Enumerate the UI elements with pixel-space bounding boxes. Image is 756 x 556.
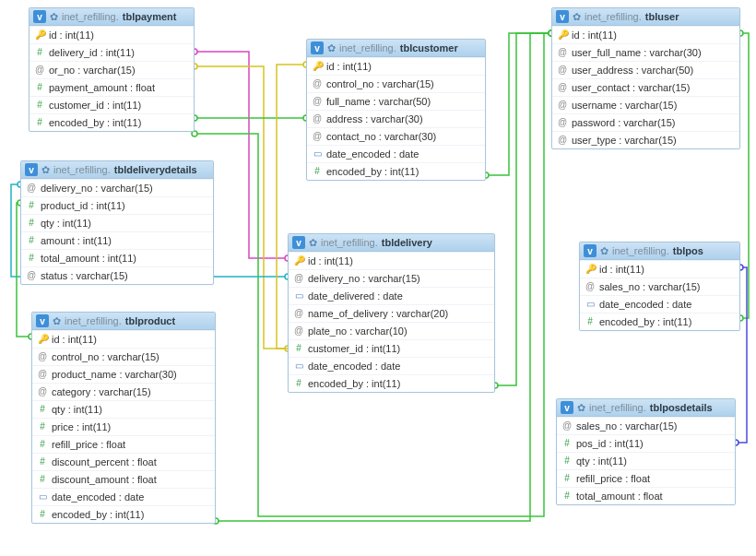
table-header[interactable]: v✿inet_refilling.tbldelivery [289, 234, 494, 252]
gear-icon[interactable]: ✿ [577, 403, 585, 413]
table-tblpayment[interactable]: v✿inet_refilling.tblpayment🔑id : int(11)… [29, 7, 195, 132]
column-row[interactable]: #discount_percent : float [32, 453, 215, 470]
column-row[interactable]: #total_amount : int(11) [21, 249, 213, 266]
table-name-label: tbluser [645, 11, 679, 22]
view-badge-icon: v [561, 401, 573, 414]
table-schema-label: inet_refilling. [585, 11, 642, 22]
column-row[interactable]: @category : varchar(15) [32, 383, 215, 400]
column-row[interactable]: @address : varchar(30) [307, 110, 485, 127]
table-tbldeliverydetails[interactable]: v✿inet_refilling.tbldeliverydetails@deli… [20, 160, 214, 285]
column-label: password : varchar(15) [572, 117, 676, 128]
num-icon: # [585, 317, 595, 326]
column-row[interactable]: @username : varchar(15) [552, 96, 739, 113]
column-row[interactable]: #amount : int(11) [21, 231, 213, 249]
gear-icon[interactable]: ✿ [600, 246, 608, 256]
column-row[interactable]: #product_id : int(11) [21, 196, 213, 214]
column-label: category : varchar(15) [52, 386, 151, 397]
gear-icon[interactable]: ✿ [327, 43, 336, 53]
gear-icon[interactable]: ✿ [573, 12, 581, 22]
column-row[interactable]: 🔑id : int(11) [30, 26, 194, 43]
column-label: delivery_no : varchar(15) [308, 273, 420, 284]
table-header[interactable]: v✿inet_refilling.tblposdetails [557, 399, 735, 417]
column-row[interactable]: @delivery_no : varchar(15) [289, 269, 494, 287]
column-row[interactable]: @product_name : varchar(30) [32, 365, 215, 383]
column-row[interactable]: @contact_no : varchar(30) [307, 127, 485, 145]
view-badge-icon: v [33, 10, 46, 23]
column-row[interactable]: @user_address : varchar(50) [552, 61, 739, 78]
column-row[interactable]: #encoded_by : int(11) [30, 113, 194, 131]
column-row[interactable]: #delivery_id : int(11) [30, 43, 194, 61]
column-row[interactable]: #total_amount : float [557, 487, 735, 504]
table-tbldelivery[interactable]: v✿inet_refilling.tbldelivery🔑id : int(11… [288, 233, 495, 393]
column-row[interactable]: @sales_no : varchar(15) [557, 417, 735, 434]
column-label: id : int(11) [599, 264, 644, 275]
column-label: payment_amount : float [49, 82, 155, 93]
gear-icon[interactable]: ✿ [309, 238, 317, 248]
table-tblpos[interactable]: v✿inet_refilling.tblpos🔑id : int(11)@sal… [579, 242, 740, 331]
column-row[interactable]: #encoded_by : int(11) [289, 374, 494, 392]
str-icon: @ [38, 370, 47, 379]
column-row[interactable]: @name_of_delivery : varchar(20) [289, 304, 494, 322]
column-row[interactable]: @or_no : varchar(15) [30, 61, 194, 78]
column-row[interactable]: 🔑id : int(11) [289, 252, 494, 269]
column-row[interactable]: #customer_id : int(11) [30, 96, 194, 113]
column-row[interactable]: #qty : int(11) [32, 400, 215, 418]
table-tblproduct[interactable]: v✿inet_refilling.tblproduct🔑id : int(11)… [31, 312, 216, 524]
column-row[interactable]: @control_no : varchar(15) [307, 75, 485, 92]
column-row[interactable]: @user_full_name : varchar(30) [552, 43, 739, 61]
gear-icon[interactable]: ✿ [41, 165, 50, 175]
table-header[interactable]: v✿inet_refilling.tbldeliverydetails [21, 161, 213, 179]
gear-icon[interactable]: ✿ [50, 12, 58, 22]
column-row[interactable]: #payment_amount : float [30, 78, 194, 96]
column-row[interactable]: ▭date_delivered : date [289, 287, 494, 304]
table-header[interactable]: v✿inet_refilling.tblpos [580, 243, 739, 260]
table-header[interactable]: v✿inet_refilling.tblpayment [30, 8, 194, 26]
column-row[interactable]: @password : varchar(15) [552, 113, 739, 131]
column-row[interactable]: @status : varchar(15) [21, 266, 213, 284]
column-row[interactable]: #pos_id : int(11) [557, 434, 735, 452]
table-tblposdetails[interactable]: v✿inet_refilling.tblposdetails@sales_no … [556, 398, 736, 505]
view-badge-icon: v [36, 314, 49, 327]
column-label: or_no : varchar(15) [49, 65, 136, 76]
column-row[interactable]: #discount_amount : float [32, 470, 215, 488]
column-row[interactable]: ▭date_encoded : date [580, 295, 739, 313]
column-row[interactable]: ▭date_encoded : date [307, 145, 485, 162]
column-row[interactable]: ▭date_encoded : date [289, 357, 494, 374]
column-row[interactable]: #encoded_by : int(11) [307, 162, 485, 180]
gear-icon[interactable]: ✿ [53, 316, 61, 326]
column-row[interactable]: @user_type : varchar(15) [552, 131, 739, 148]
column-row[interactable]: #refill_price : float [32, 435, 215, 453]
column-row[interactable]: @full_name : varchar(50) [307, 92, 485, 110]
num-icon: # [38, 440, 47, 449]
table-header[interactable]: v✿inet_refilling.tblproduct [32, 313, 215, 330]
num-icon: # [562, 456, 572, 466]
column-label: status : varchar(15) [41, 270, 128, 281]
column-row[interactable]: #price : int(11) [32, 418, 215, 435]
column-row[interactable]: 🔑id : int(11) [32, 330, 215, 348]
column-row[interactable]: 🔑id : int(11) [552, 26, 739, 43]
column-row[interactable]: @sales_no : varchar(15) [580, 278, 739, 295]
table-header[interactable]: v✿inet_refilling.tbluser [552, 8, 739, 26]
num-icon: # [38, 457, 47, 467]
str-icon: @ [558, 136, 567, 145]
column-row[interactable]: #qty : int(11) [557, 452, 735, 469]
column-row[interactable]: #encoded_by : int(11) [32, 505, 215, 523]
column-row[interactable]: 🔑id : int(11) [307, 57, 485, 75]
num-icon: # [38, 405, 47, 414]
column-row[interactable]: @delivery_no : varchar(15) [21, 179, 213, 196]
column-row[interactable]: @plate_no : varchar(10) [289, 322, 494, 339]
column-row[interactable]: 🔑id : int(11) [580, 260, 739, 278]
column-row[interactable]: #encoded_by : int(11) [580, 313, 739, 330]
column-row[interactable]: #qty : int(11) [21, 214, 213, 231]
table-tblcustomer[interactable]: v✿inet_refilling.tblcustomer🔑id : int(11… [306, 39, 486, 181]
table-tbluser[interactable]: v✿inet_refilling.tbluser🔑id : int(11)@us… [551, 7, 740, 149]
num-icon: # [294, 344, 303, 353]
column-row[interactable]: #refill_price : float [557, 469, 735, 487]
column-row[interactable]: @control_no : varchar(15) [32, 348, 215, 365]
table-name-label: tbldeliverydetails [114, 164, 197, 175]
column-row[interactable]: #customer_id : int(11) [289, 339, 494, 357]
table-header[interactable]: v✿inet_refilling.tblcustomer [307, 40, 485, 57]
dt-icon: ▭ [294, 361, 303, 371]
column-row[interactable]: ▭date_encoded : date [32, 488, 215, 505]
column-row[interactable]: @user_contact : varchar(15) [552, 78, 739, 96]
